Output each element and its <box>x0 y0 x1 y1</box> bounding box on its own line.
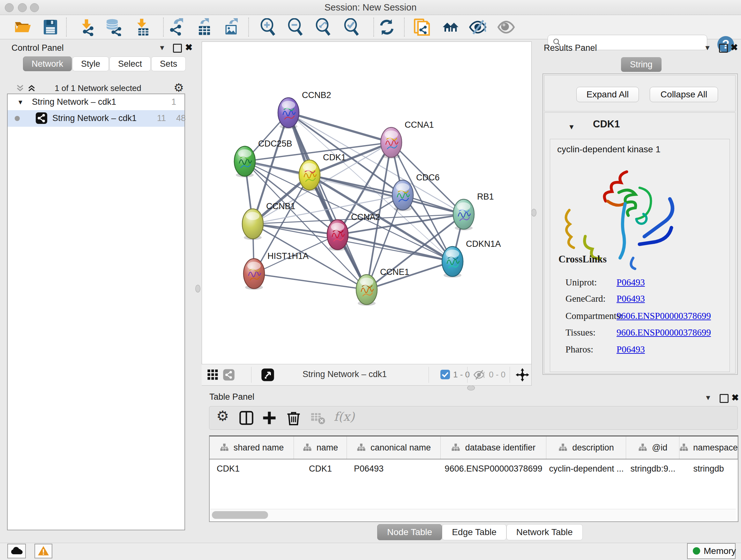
scrollbar-thumb[interactable] <box>212 511 268 519</box>
network-canvas[interactable]: CCNB2CCNA1CDC25BCDK1CDC6RB1CCNB1CCNA2CDK… <box>202 42 532 365</box>
tab-edge-table[interactable]: Edge Table <box>442 524 507 540</box>
column-header--id[interactable]: @id <box>626 436 679 459</box>
tab-style[interactable]: Style <box>72 57 109 71</box>
panel-menu-icon[interactable]: ▼ <box>704 44 711 52</box>
table-cell[interactable]: 9606.ENSP00000378699 <box>441 459 546 478</box>
network-node-rb1[interactable]: RB1 <box>453 192 494 231</box>
crosslink-link[interactable]: P06493 <box>616 277 645 288</box>
network-node-cdkn1a[interactable]: CDKN1A <box>442 239 501 278</box>
grid-view-icon[interactable] <box>207 369 219 381</box>
cloud-status-button[interactable] <box>7 544 26 558</box>
show-all-icon[interactable] <box>497 18 515 36</box>
table-cell[interactable]: P06493 <box>347 459 441 478</box>
network-edge[interactable] <box>367 261 453 290</box>
horizontal-scrollbar[interactable] <box>210 509 736 521</box>
network-row-selected[interactable]: String Network – cdk1 11 48 <box>8 110 185 127</box>
network-edge[interactable] <box>288 113 391 142</box>
expand-all-button[interactable]: Expand All <box>576 87 639 102</box>
collection-name: String Network – cdk1 <box>32 97 116 107</box>
control-panel: Control Panel ▼ ✖ NetworkStyleSelectSets… <box>4 41 189 532</box>
node-table: shared namenamecanonical namedatabase id… <box>209 435 738 522</box>
tab-select[interactable]: Select <box>110 57 151 71</box>
panel-menu-icon[interactable]: ▼ <box>704 394 712 402</box>
tab-string[interactable]: String <box>621 57 662 72</box>
export-image-icon[interactable] <box>222 18 240 36</box>
zoom-selected-icon[interactable] <box>343 18 360 36</box>
panel-menu-icon[interactable]: ▼ <box>158 44 165 52</box>
tab-network-table[interactable]: Network Table <box>507 524 583 540</box>
save-session-icon[interactable] <box>42 18 59 36</box>
refresh-view-icon[interactable] <box>378 18 396 36</box>
tab-network[interactable]: Network <box>23 57 72 71</box>
column-header-description[interactable]: description <box>546 436 626 459</box>
selected-items-checkbox[interactable] <box>441 370 450 379</box>
import-network-from-database-icon[interactable] <box>105 18 122 36</box>
panel-float-icon[interactable] <box>720 394 729 403</box>
node-label: CDKN1A <box>466 239 501 249</box>
collection-disclosure-icon[interactable]: ▼ <box>17 99 23 106</box>
network-node-ccna1[interactable]: CCNA1 <box>381 120 434 159</box>
expand-collapse-box: Expand All Collapse All <box>544 75 736 111</box>
left-splitter-handle[interactable] <box>195 285 200 293</box>
table-cell[interactable]: CDK1 <box>210 459 294 478</box>
column-header-database-identifier[interactable]: database identifier <box>441 436 546 459</box>
clone-network-icon[interactable] <box>413 18 431 36</box>
table-cell[interactable]: CDK1 <box>294 459 347 478</box>
import-network-from-file-icon[interactable] <box>77 18 95 36</box>
panel-close-icon[interactable]: ✖ <box>731 394 739 402</box>
table-cell[interactable]: stringdb:9... <box>626 459 679 478</box>
crosslink-link[interactable]: 9606.ENSP00000378699 <box>616 311 711 321</box>
crosslink-link[interactable]: P06493 <box>616 294 645 304</box>
show-columns-icon[interactable] <box>239 410 254 426</box>
table-cell[interactable]: stringdb <box>679 459 738 478</box>
open-file-icon[interactable] <box>13 18 31 36</box>
column-header-namespace[interactable]: namespace <box>679 436 738 459</box>
collapse-all-icon[interactable] <box>15 83 25 93</box>
zoom-fit-icon[interactable] <box>314 18 332 36</box>
hide-selected-icon[interactable] <box>469 18 487 36</box>
zoom-in-icon[interactable] <box>259 18 277 36</box>
network-edge[interactable] <box>253 224 338 235</box>
application-window: Session: New Session <box>0 0 741 560</box>
tab-node-table[interactable]: Node Table <box>377 524 442 540</box>
panel-close-icon[interactable]: ✖ <box>185 44 192 52</box>
network-edge[interactable] <box>254 273 367 290</box>
panel-float-icon[interactable] <box>719 44 728 53</box>
fit-content-crosshair-icon[interactable] <box>516 368 529 381</box>
table-options-gear-icon[interactable]: ⚙ <box>216 410 232 426</box>
crosslink-link[interactable]: 9606.ENSP00000378699 <box>616 327 711 338</box>
column-header-canonical-name[interactable]: canonical name <box>347 436 441 459</box>
warnings-button[interactable] <box>35 544 52 558</box>
network-view-mode-icon[interactable] <box>223 369 235 381</box>
collapse-all-button[interactable]: Collapse All <box>650 87 718 102</box>
birdseye-view-icon[interactable] <box>261 368 274 381</box>
network-node-cdc25b[interactable]: CDC25B <box>234 139 292 178</box>
network-graph[interactable]: CCNB2CCNA1CDC25BCDK1CDC6RB1CCNB1CCNA2CDK… <box>202 42 531 364</box>
export-table-icon[interactable] <box>194 18 212 36</box>
delete-column-icon[interactable] <box>286 410 301 426</box>
entry-disclosure-icon[interactable]: ▼ <box>568 123 575 131</box>
import-table-from-file-icon[interactable] <box>133 18 151 36</box>
first-neighbors-icon[interactable] <box>442 18 460 36</box>
network-options-gear-icon[interactable]: ⚙ <box>174 82 184 94</box>
network-collection-row[interactable]: ▼ String Network – cdk1 1 <box>8 94 185 110</box>
panel-float-icon[interactable] <box>173 44 182 53</box>
node-result-entry: ▼ CDK1 cyclin-dependent kinase 1 <box>544 112 736 374</box>
horizontal-splitter-handle[interactable] <box>467 385 475 390</box>
memory-button[interactable]: Memory <box>687 543 736 559</box>
add-column-icon[interactable] <box>262 410 277 426</box>
expand-all-icon[interactable] <box>27 83 37 93</box>
column-header-name[interactable]: name <box>294 436 347 459</box>
network-node-ccne1[interactable]: CCNE1 <box>356 267 409 306</box>
crosslink-link[interactable]: P06493 <box>616 344 645 355</box>
table-row[interactable]: CDK1CDK1P064939606.ENSP00000378699cyclin… <box>210 459 738 478</box>
collection-count: 1 <box>172 97 176 107</box>
column-header-shared-name[interactable]: shared name <box>210 436 294 459</box>
panel-close-icon[interactable]: ✖ <box>731 44 738 52</box>
export-network-icon[interactable] <box>167 18 185 36</box>
tab-sets[interactable]: Sets <box>151 57 186 71</box>
zoom-out-icon[interactable] <box>286 18 305 36</box>
table-cell[interactable]: cyclin-dependent ... <box>546 459 626 478</box>
crosslink-row: Uniprot:P06493 <box>565 277 725 288</box>
current-network-bullet <box>15 116 20 121</box>
